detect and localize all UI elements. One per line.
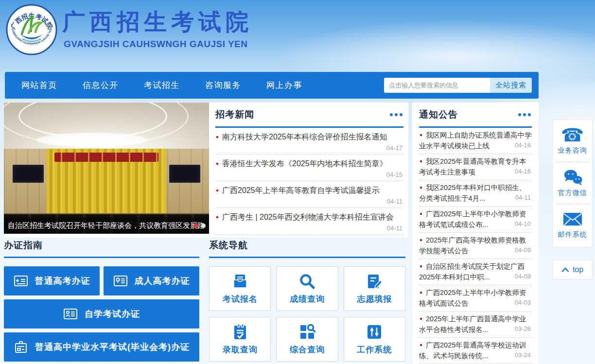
notice-item-date: 04-11 xyxy=(513,192,531,203)
certificate-guide-section: 办证指南 普通高考办证 成人高考办证 xyxy=(4,239,199,362)
gaokao-cert-button[interactable]: 普通高考办证 xyxy=(4,266,100,295)
guide-section-header: 办证指南 xyxy=(4,239,199,258)
bullet-icon xyxy=(216,216,218,218)
notice-item-title: 广西2025年上半年中小学教师资格考试笔试成绩公布... xyxy=(419,210,526,228)
news-item-title: 南方科技大学2025年本科综合评价招生报名通知 xyxy=(222,133,387,141)
notice-item-title: 2025年广西高等学校教师资格教学技能考试公告 xyxy=(419,236,526,255)
logo-emblem: 广西招生考试院 GVANGJSIH CAUHSWNGH GAUJSI YEN xyxy=(6,4,57,55)
nav-item-home[interactable]: 网站首页 xyxy=(21,80,57,91)
inbox-icon xyxy=(231,273,249,290)
notices-panel: 通知公告 我区网上自助办证系统普通高中学业水平考试模块已上线04-16 我区20… xyxy=(412,103,539,364)
system-navigation-section: 系统导航 考试报名 成绩查询 志愿填报 xyxy=(209,239,405,362)
bullet-icon xyxy=(420,318,422,320)
news-section-header: 招考新闻 xyxy=(215,108,403,128)
site-logo[interactable]: 广西招生考试院 GVANGJSIH CAUHSWNGH GAUJSI YEN xyxy=(6,4,57,57)
bullet-icon xyxy=(420,344,422,346)
magnifier-icon xyxy=(298,273,316,290)
bullet-icon xyxy=(420,134,422,136)
news-section-title: 招考新闻 xyxy=(215,108,254,121)
notice-item[interactable]: 我区2025年普通高等教育专升本考试考生注意事项04-16 xyxy=(419,154,532,180)
huikao-cert-button[interactable]: 普通高中学业水平考试(毕业会考)办证 xyxy=(4,332,199,362)
news-item[interactable]: 南方科技大学2025年本科综合评价招生报名通知 04-17 xyxy=(215,128,403,155)
admission-query-card[interactable]: 录取查询 xyxy=(209,317,271,362)
grid-search-icon xyxy=(298,323,316,341)
notice-item-title: 我区2025年本科对口中职招生、分类考试招生于4月... xyxy=(419,184,526,202)
notice-item-date: 04-08 xyxy=(513,271,531,282)
more-icon[interactable] xyxy=(389,111,403,118)
photo-screen-right xyxy=(169,165,200,183)
search-input[interactable] xyxy=(384,78,490,93)
sliders-icon xyxy=(366,323,383,341)
news-item-date: 04-11 xyxy=(215,198,403,205)
notices-section-header: 通知公告 xyxy=(419,108,532,128)
search-button[interactable]: 全站搜索 xyxy=(490,78,532,93)
adult-gaokao-cert-button[interactable]: 成人高考办证 xyxy=(104,266,199,295)
notice-item[interactable]: 自治区招生考试院关于划定广西2025年本科对口中职...04-08 xyxy=(419,259,532,285)
clipboard-check-icon xyxy=(231,323,249,341)
news-section: 招考新闻 南方科技大学2025年本科综合评价招生报名通知 04-17 香港恒生大… xyxy=(215,108,403,235)
notice-item-date: 04-16 xyxy=(513,140,531,151)
bullet-icon xyxy=(420,187,422,189)
back-to-top-label: top xyxy=(573,265,583,274)
more-icon[interactable] xyxy=(517,111,532,118)
volunteer-filling-card[interactable]: 志愿填报 xyxy=(344,266,405,311)
nav-item-online-service[interactable]: 网上办事 xyxy=(266,80,302,91)
sidebar-item-wechat[interactable]: 官方微信 xyxy=(553,162,592,204)
systems-section-header: 系统导航 xyxy=(209,239,405,258)
news-carousel[interactable]: 自治区招生考试院召开年轻干部座谈会，共议教育强区发展路 xyxy=(4,103,209,234)
nav-item-exam-admission[interactable]: 考试招生 xyxy=(144,80,180,91)
bullet-icon xyxy=(420,239,422,241)
back-to-top-button[interactable]: top xyxy=(552,260,593,279)
site-subtitle: GVANGJSIH CAUHSWNGH GAUJSI YEN xyxy=(64,39,248,50)
bullet-icon xyxy=(420,292,422,294)
news-item[interactable]: 香港恒生大学发布《2025年内地本科招生简章》 04-15 xyxy=(215,155,403,181)
notice-item[interactable]: 广西2025年普通高等学校运动训练、武术与民族传统...03-24 xyxy=(419,338,532,364)
bullet-icon xyxy=(420,213,422,215)
carousel-caption: 自治区招生考试院召开年轻干部座谈会，共议教育强区发展路 xyxy=(4,217,209,234)
notice-item[interactable]: 2025年广西高等学校教师资格教学技能考试公告04-09 xyxy=(419,233,532,259)
floating-sidebar: ☎ 业务咨询 官方微信 xyxy=(552,120,593,247)
site-search: 全站搜索 xyxy=(384,78,532,93)
notice-item-date: 04-10 xyxy=(513,219,531,229)
site-title: 广西招生考试院 xyxy=(62,7,253,37)
id-card-person-icon xyxy=(63,307,78,321)
news-item-title: 广西考生 | 2025年西交利物浦大学本科招生宣讲会 xyxy=(222,213,394,221)
news-item-title: 香港恒生大学发布《2025年内地本科招生简章》 xyxy=(222,159,387,168)
notice-item[interactable]: 2025年上半年广西普通高中学业水平合格性考试报名...03-26 xyxy=(419,312,532,338)
bullet-icon xyxy=(216,136,218,138)
systems-section-title: 系统导航 xyxy=(209,240,248,250)
work-system-card[interactable]: 工作系统 xyxy=(344,317,405,362)
notice-item[interactable]: 广西2025年上半年中小学教师资格考试笔试成绩公布...04-10 xyxy=(419,207,532,233)
news-item[interactable]: 广西考生 | 2025年西交利物浦大学本科招生宣讲会 04-11 xyxy=(215,208,403,235)
comprehensive-query-card[interactable]: 综合查询 xyxy=(276,317,338,362)
bullet-icon xyxy=(420,265,422,267)
sidebar-item-consult[interactable]: ☎ 业务咨询 xyxy=(553,120,592,162)
mail-icon xyxy=(556,209,589,229)
bullet-icon xyxy=(420,160,422,162)
notice-item-date: 03-26 xyxy=(513,324,531,334)
score-query-card[interactable]: 成绩查询 xyxy=(276,266,338,311)
sidebar-item-mail[interactable]: 邮件系统 xyxy=(553,204,592,245)
notice-item[interactable]: 我区网上自助办证系统普通高中学业水平考试模块已上线04-16 xyxy=(419,128,532,154)
top-chevron-icon xyxy=(561,267,569,272)
guide-section-title: 办证指南 xyxy=(4,240,43,250)
carousel-dot-active[interactable] xyxy=(193,224,198,228)
badge-icon xyxy=(14,340,28,354)
notice-item-date: 03-24 xyxy=(513,350,531,361)
main-navbar: 网站首页 信息公开 考试招生 咨询服务 网上办事 全站搜索 xyxy=(5,72,539,99)
form-pencil-icon xyxy=(366,273,383,290)
carousel-dot[interactable] xyxy=(201,224,206,228)
nav-item-consult-service[interactable]: 咨询服务 xyxy=(205,80,241,91)
exam-registration-card[interactable]: 考试报名 xyxy=(209,266,271,311)
notice-item[interactable]: 广西2025年上半年中小学教师资格考试面试公告04-03 xyxy=(419,285,532,312)
notice-item[interactable]: 我区2025年本科对口中职招生、分类考试招生于4月...04-11 xyxy=(419,180,532,207)
notice-item-title: 广西2025年上半年中小学教师资格考试面试公告 xyxy=(419,289,526,307)
bullet-icon xyxy=(216,190,218,191)
news-item[interactable]: 广西2025年上半年高等教育自学考试温馨提示 04-11 xyxy=(215,181,403,208)
self-study-cert-button[interactable]: 自学考试办证 xyxy=(4,299,199,329)
photo-banner xyxy=(54,153,158,162)
notice-item-title: 广西2025年普通高等学校运动训练、武术与民族传统... xyxy=(419,341,526,360)
notice-item-date: 04-09 xyxy=(513,245,531,256)
news-item-date: 04-11 xyxy=(215,225,403,232)
nav-item-info-disclosure[interactable]: 信息公开 xyxy=(83,80,119,91)
